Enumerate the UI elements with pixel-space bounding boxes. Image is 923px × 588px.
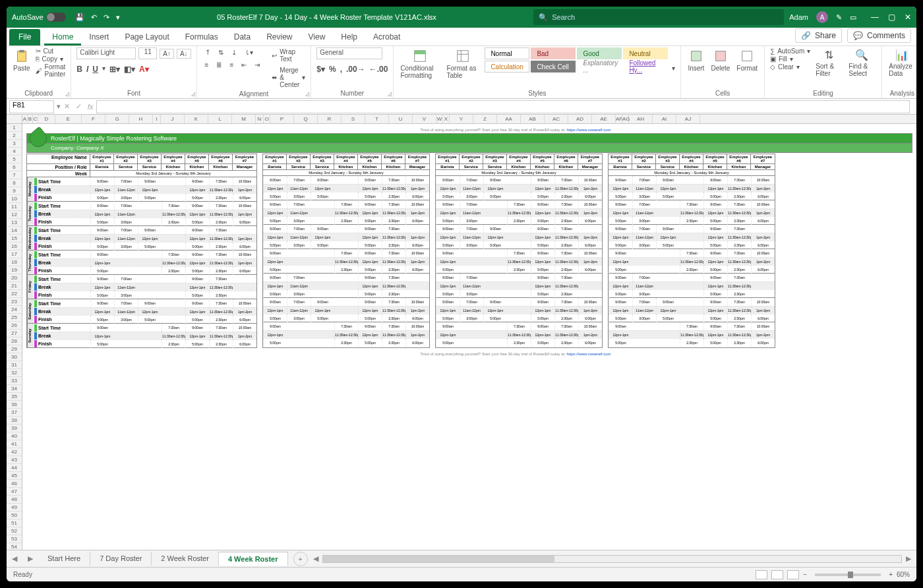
row-47[interactable]: 47 [7,488,22,496]
time-cell[interactable]: 7:00am [114,226,138,234]
col-O[interactable]: O [264,115,270,123]
time-cell[interactable]: 9:00am [531,322,554,330]
time-cell[interactable]: 9:00am [138,299,162,307]
search-box[interactable]: 🔍 Search [533,9,784,25]
col-AB[interactable]: AB [521,115,545,123]
time-cell[interactable]: 10:00am [578,176,602,184]
sheet-tab-4-week-roster[interactable]: 4 Week Roster [219,552,288,566]
fill-button[interactable]: ▣ Fill ▾ [770,55,810,63]
time-cell[interactable]: 7:00am [287,274,311,281]
rosterelf-link[interactable]: https://www.rosterelf.com [567,128,611,132]
time-cell[interactable]: 9:00am [703,298,727,306]
time-cell[interactable]: 7:00am [632,200,656,208]
row-27[interactable]: 27 [7,330,22,338]
row-22[interactable]: 22 [7,290,22,298]
time-cell[interactable]: 5:00pm [138,243,162,250]
time-cell[interactable]: 2:30pm [727,339,751,347]
time-cell[interactable]: 7:00am [632,176,656,184]
time-cell[interactable]: 2:30pm [334,339,358,347]
time-cell[interactable]: 11:30am-12:30pm [382,233,405,241]
time-cell[interactable]: 5:00pm [609,290,632,298]
time-cell[interactable]: 9:00am [531,225,554,233]
page-layout-view-button[interactable] [771,570,783,579]
time-cell[interactable]: 11:30am-12:30pm [507,209,531,217]
time-cell[interactable]: 2:30pm [334,266,358,274]
time-cell[interactable]: 3:00pm [632,314,656,322]
merge-center-button[interactable]: ⬌ Merge & Center ▾ [272,66,305,89]
time-cell[interactable]: 7:00am [114,275,138,283]
time-cell[interactable]: 5:00pm [358,314,382,322]
tab-insert[interactable]: Insert [81,29,117,45]
launcher-icon[interactable]: ◿ [388,91,392,97]
draw-icon[interactable]: ✎ [836,13,842,22]
horizontal-scrollbar[interactable] [322,555,902,563]
time-cell[interactable]: 9:00am [263,298,287,306]
cell-styles-gallery[interactable]: NormalBadGoodNeutralCalculationCheck Cel… [485,47,668,73]
time-cell[interactable]: 5:00pm [311,241,334,249]
row-2[interactable]: 2 [7,132,22,140]
time-cell[interactable]: 1pm-2pm [405,209,429,217]
row-41[interactable]: 41 [7,440,22,448]
row-20[interactable]: 20 [7,274,22,282]
time-cell[interactable]: 2:30pm [554,266,578,274]
time-cell[interactable]: 1pm-2pm [578,331,602,339]
time-cell[interactable]: 5:00pm [703,217,727,225]
time-cell[interactable]: 11:30am-12:30pm [162,259,185,267]
time-cell[interactable]: 9:00am [90,202,114,210]
time-cell[interactable]: 9:00am [90,250,114,258]
col-AC[interactable]: AC [545,115,568,123]
time-cell[interactable]: 1pm-2pm [751,331,775,339]
time-cell[interactable]: 12pm-1pm [656,185,680,192]
col-S[interactable]: S [342,115,365,123]
row-29[interactable]: 29 [7,345,22,353]
font-name[interactable]: Calibri Light [76,47,136,59]
time-cell[interactable]: 5:00pm [138,316,162,324]
col-G[interactable]: G [105,115,129,123]
time-cell[interactable]: 12pm-1pm [90,186,114,194]
time-cell[interactable]: 10:00am [233,324,256,332]
time-cell[interactable]: 2:30pm [680,266,703,274]
time-cell[interactable]: 1pm-2pm [233,259,256,267]
time-cell[interactable]: 7:00am [287,200,311,208]
time-cell[interactable]: 7:30am [209,250,233,258]
time-cell[interactable]: 11am-12pm [632,307,656,314]
undo-icon[interactable]: ↶ [91,13,97,22]
time-cell[interactable]: 9:00am [263,274,287,281]
time-cell[interactable]: 9:00am [358,225,382,233]
time-cell[interactable]: 7:00am [114,202,138,210]
time-cell[interactable]: 12pm-1pm [311,185,334,192]
time-cell[interactable]: 1pm-2pm [405,307,429,314]
row-33[interactable]: 33 [7,377,22,385]
time-cell[interactable]: 2:30pm [727,266,751,274]
time-cell[interactable]: 9:00am [703,274,727,281]
time-cell[interactable]: 7:30am [554,274,578,281]
align-bottom[interactable]: ⤓ [229,47,239,57]
time-cell[interactable]: 5:00pm [90,291,114,299]
time-cell[interactable]: 7:30am [162,250,185,258]
time-cell[interactable]: 2:30pm [507,339,531,347]
zoom-in-icon[interactable]: + [889,571,893,578]
time-cell[interactable]: 11am-12pm [287,233,311,241]
time-cell[interactable]: 7:00am [114,177,138,185]
col-AE[interactable]: AE [592,115,616,123]
time-cell[interactable]: 11:30am-12:30pm [727,331,751,339]
time-cell[interactable]: 11am-12pm [287,307,311,314]
time-cell[interactable]: 5:00pm [531,314,554,322]
time-cell[interactable]: 5:00pm [185,218,209,226]
launcher-icon[interactable]: ◿ [65,91,69,97]
time-cell[interactable]: 7:00am [460,225,483,233]
time-cell[interactable]: 1pm-2pm [751,209,775,217]
col-U[interactable]: U [389,115,413,123]
time-cell[interactable]: 1pm-2pm [578,209,602,217]
time-cell[interactable]: 6:00pm [233,218,256,226]
time-cell[interactable]: 3:00pm [632,217,656,225]
time-cell[interactable]: 5:00pm [90,218,114,226]
worksheet[interactable]: 1234567891011121314151617181920212223242… [7,124,916,550]
indent-decrease[interactable]: ⇤ [239,60,249,70]
time-cell[interactable]: 9:00am [358,249,382,257]
time-cell[interactable]: 2:30pm [554,192,578,200]
time-cell[interactable]: 1pm-2pm [233,210,256,218]
time-cell[interactable]: 12pm-1pm [311,307,334,314]
time-cell[interactable]: 12pm-1pm [609,307,632,314]
time-cell[interactable]: 2:30pm [382,266,405,274]
